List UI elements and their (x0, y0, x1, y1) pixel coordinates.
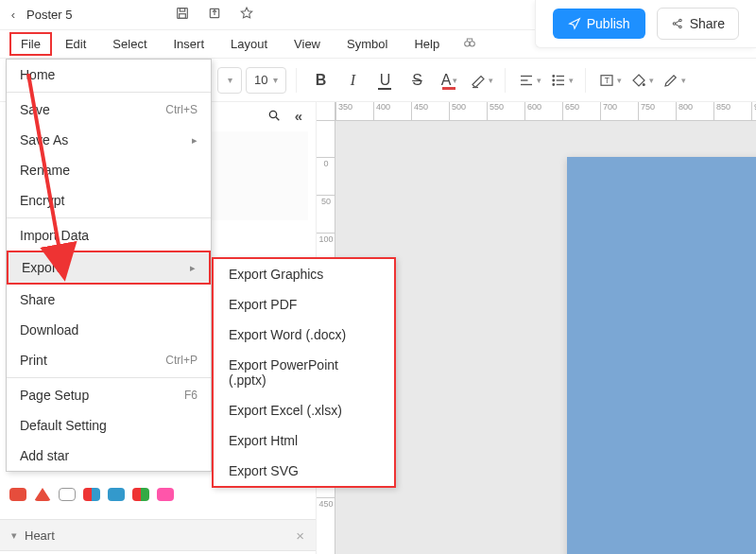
export-powerpoint[interactable]: Export PowerPoint (.pptx) (214, 350, 394, 395)
publish-bar: Publish Share (535, 0, 756, 48)
ruler-tick: 400 (373, 102, 390, 121)
file-page-setup[interactable]: Page SetupF6 (7, 380, 211, 410)
file-save-as[interactable]: Save As▸ (7, 125, 211, 155)
file-rename[interactable]: Rename (7, 155, 211, 185)
separator (585, 68, 586, 93)
svg-text:T: T (605, 77, 610, 85)
font-size-dropdown[interactable]: 10 ▾ (246, 67, 286, 94)
font-color-button[interactable]: A▾ (435, 66, 463, 95)
svg-point-12 (553, 75, 555, 77)
svg-point-4 (673, 23, 676, 26)
file-save[interactable]: SaveCtrl+S (7, 95, 211, 125)
svg-point-8 (470, 42, 474, 46)
share-label: Share (690, 16, 725, 31)
font-size-value: 10 (254, 73, 267, 87)
ruler-tick: 900 (751, 102, 756, 121)
ruler-tick: 0 (317, 157, 335, 168)
chevron-right-icon: ▸ (192, 134, 198, 147)
strikethrough-button[interactable]: S (403, 66, 431, 95)
collapse-icon[interactable]: « (295, 108, 302, 126)
ruler-tick: 350 (335, 102, 352, 121)
export-pdf[interactable]: Export PDF (214, 289, 394, 320)
menu-select[interactable]: Select (99, 32, 160, 56)
ruler-tick: 50 (317, 195, 335, 206)
export-submenu: Export Graphics Export PDF Export Word (… (212, 257, 396, 488)
file-menu: Home SaveCtrl+S Save As▸ Rename Encrypt … (6, 59, 212, 472)
file-export[interactable]: Export▸ (9, 252, 209, 283)
ruler-tick: 700 (600, 102, 617, 121)
separator (7, 377, 211, 378)
svg-point-20 (643, 83, 645, 86)
close-category-icon[interactable]: × (296, 528, 304, 544)
separator (296, 68, 297, 93)
svg-point-13 (553, 79, 555, 81)
menu-help[interactable]: Help (401, 32, 453, 56)
file-import-data[interactable]: Import Data (7, 220, 211, 251)
ruler-tick: 100 (317, 233, 335, 244)
svg-point-21 (269, 111, 276, 117)
export-highlight-box: Export▸ (7, 251, 211, 285)
highlight-button[interactable]: ▾ (467, 66, 495, 95)
menu-file[interactable]: File (9, 32, 52, 56)
separator (7, 92, 211, 93)
category-heart[interactable]: ▾ Heart × (0, 519, 316, 551)
separator (7, 217, 211, 218)
share-button[interactable]: Share (657, 8, 739, 40)
file-default-setting[interactable]: Default Setting (7, 410, 211, 441)
bold-button[interactable]: B (306, 66, 335, 95)
star-icon[interactable] (239, 6, 254, 24)
export-svg[interactable]: Export SVG (214, 456, 394, 486)
menu-layout[interactable]: Layout (217, 32, 281, 56)
publish-button[interactable]: Publish (553, 9, 645, 39)
horizontal-ruler[interactable]: 350 400 450 500 550 600 650 700 750 800 … (335, 102, 756, 121)
separator (505, 68, 506, 93)
italic-button[interactable]: I (338, 66, 367, 95)
file-print[interactable]: PrintCtrl+P (7, 345, 211, 375)
menu-symbol[interactable]: Symbol (334, 32, 401, 56)
svg-point-5 (679, 19, 681, 22)
document-title[interactable]: Poster 5 (19, 8, 79, 22)
menu-view[interactable]: View (281, 32, 334, 56)
svg-point-6 (679, 26, 681, 28)
chevron-down-icon: ▾ (11, 529, 17, 542)
fill-button[interactable]: ▾ (627, 66, 656, 95)
category-label: Heart (25, 528, 55, 543)
canvas-page[interactable]: Loren eius (567, 157, 756, 554)
menu-insert[interactable]: Insert (161, 32, 218, 56)
file-download[interactable]: Download (7, 315, 211, 345)
chevron-right-icon: ▸ (190, 262, 196, 274)
export-html[interactable]: Export Html (214, 425, 394, 456)
svg-point-14 (553, 83, 555, 85)
export-excel[interactable]: Export Excel (.xlsx) (214, 395, 394, 425)
export-word[interactable]: Export Word (.docx) (214, 320, 394, 350)
ruler-tick: 450 (411, 102, 428, 121)
svg-rect-1 (180, 9, 184, 11)
style-dropdown[interactable]: ▾ (217, 67, 242, 94)
ruler-tick: 450 (317, 497, 335, 509)
file-home[interactable]: Home (7, 60, 211, 90)
file-share[interactable]: Share (7, 285, 211, 315)
export-graphics[interactable]: Export Graphics (214, 259, 394, 289)
file-encrypt[interactable]: Encrypt (7, 185, 211, 216)
ruler-tick: 750 (638, 102, 655, 121)
export-icon[interactable] (207, 6, 222, 24)
save-icon[interactable] (175, 6, 190, 24)
ruler-tick: 600 (524, 102, 541, 121)
svg-rect-2 (180, 14, 186, 19)
underline-button[interactable]: U (370, 66, 399, 95)
menu-edit[interactable]: Edit (52, 32, 99, 56)
ruler-tick: 500 (449, 102, 466, 121)
title-bar: ‹ Poster 5 Publish Share (0, 0, 756, 30)
text-box-button[interactable]: T▾ (595, 66, 624, 95)
list-button[interactable]: ▾ (547, 66, 576, 95)
back-icon[interactable]: ‹ (0, 8, 19, 22)
binoculars-icon[interactable] (462, 35, 477, 53)
ruler-tick: 650 (562, 102, 579, 121)
search-icon[interactable] (266, 108, 282, 126)
align-button[interactable]: ▾ (515, 66, 543, 95)
pen-tool-button[interactable]: ▾ (660, 66, 688, 95)
file-add-star[interactable]: Add star (7, 441, 211, 471)
ruler-corner (317, 102, 335, 121)
ruler-tick: 550 (487, 102, 504, 121)
ruler-tick: 800 (676, 102, 693, 121)
